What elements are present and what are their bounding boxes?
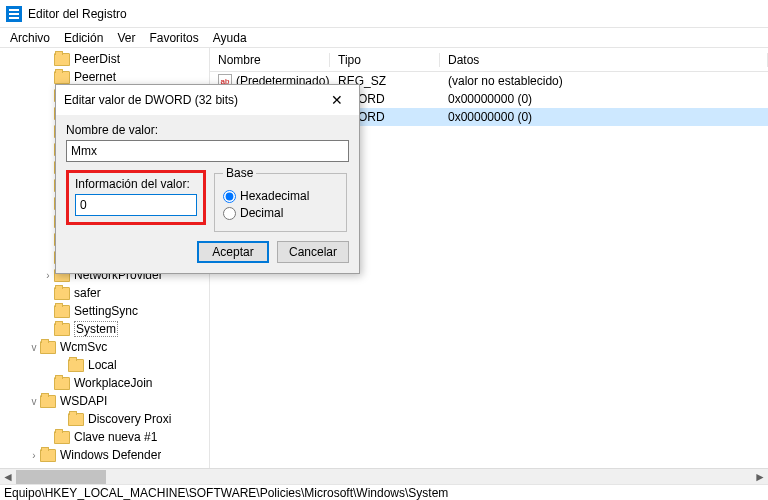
expander-icon[interactable]: v xyxy=(28,342,40,353)
folder-icon xyxy=(40,341,56,354)
close-icon[interactable]: ✕ xyxy=(323,92,351,108)
menubar: Archivo Edición Ver Favoritos Ayuda xyxy=(0,28,768,48)
tree-item[interactable]: vWcmSvc xyxy=(0,338,209,356)
name-input[interactable] xyxy=(66,140,349,162)
scroll-left-icon[interactable]: ◄ xyxy=(0,469,16,485)
tree-label: WSDAPI xyxy=(60,394,107,408)
folder-icon xyxy=(54,53,70,66)
scroll-right-icon[interactable]: ► xyxy=(752,469,768,485)
scroll-thumb[interactable] xyxy=(16,470,106,484)
tree-item[interactable]: Clave nueva #1 xyxy=(0,428,209,446)
tree-label: safer xyxy=(74,286,101,300)
folder-icon xyxy=(54,305,70,318)
dialog-title: Editar valor de DWORD (32 bits) xyxy=(64,93,238,107)
tree-item[interactable]: System xyxy=(0,320,209,338)
tree-label: Clave nueva #1 xyxy=(74,430,157,444)
menu-favoritos[interactable]: Favoritos xyxy=(143,29,204,47)
tree-item[interactable]: Discovery Proxi xyxy=(0,410,209,428)
folder-icon xyxy=(40,395,56,408)
folder-icon xyxy=(54,287,70,300)
tree-label: Local xyxy=(88,358,117,372)
edit-dword-dialog: Editar valor de DWORD (32 bits) ✕ Nombre… xyxy=(55,84,360,274)
tree-label: WcmSvc xyxy=(60,340,107,354)
value-highlight: Información del valor: xyxy=(66,170,206,225)
radio-dec-input[interactable] xyxy=(223,207,236,220)
tree-item[interactable]: SettingSync xyxy=(0,302,209,320)
ok-button[interactable]: Aceptar xyxy=(197,241,269,263)
tree-label: PeerDist xyxy=(74,52,120,66)
folder-icon xyxy=(68,413,84,426)
list-header: Nombre Tipo Datos xyxy=(210,48,768,72)
tree-item[interactable]: vWSDAPI xyxy=(0,392,209,410)
folder-icon xyxy=(54,323,70,336)
tree-item[interactable]: ›Windows Defender xyxy=(0,446,209,464)
tree-label: WorkplaceJoin xyxy=(74,376,152,390)
expander-icon[interactable]: › xyxy=(28,450,40,461)
col-type[interactable]: Tipo xyxy=(330,53,440,67)
app-title: Editor del Registro xyxy=(28,7,127,21)
folder-icon xyxy=(54,377,70,390)
expander-icon[interactable]: › xyxy=(42,270,54,281)
radio-hex-input[interactable] xyxy=(223,190,236,203)
col-data[interactable]: Datos xyxy=(440,53,768,67)
tree-item[interactable]: WorkplaceJoin xyxy=(0,374,209,392)
tree-item[interactable]: Local xyxy=(0,356,209,374)
folder-icon xyxy=(68,359,84,372)
folder-icon xyxy=(40,449,56,462)
cancel-button[interactable]: Cancelar xyxy=(277,241,349,263)
radio-dec[interactable]: Decimal xyxy=(223,206,338,220)
menu-edicion[interactable]: Edición xyxy=(58,29,109,47)
tree-label: SettingSync xyxy=(74,304,138,318)
tree-label: Discovery Proxi xyxy=(88,412,171,426)
tree-label: Windows Defender xyxy=(60,448,161,462)
data-label: Información del valor: xyxy=(75,177,197,191)
tree-label: Peernet xyxy=(74,70,116,84)
folder-icon xyxy=(54,71,70,84)
menu-ver[interactable]: Ver xyxy=(111,29,141,47)
value-data: 0x00000000 (0) xyxy=(440,110,768,124)
titlebar: Editor del Registro xyxy=(0,0,768,28)
status-path: Equipo\HKEY_LOCAL_MACHINE\SOFTWARE\Polic… xyxy=(4,486,448,500)
menu-archivo[interactable]: Archivo xyxy=(4,29,56,47)
data-input[interactable] xyxy=(75,194,197,216)
tree-label: System xyxy=(74,321,118,337)
regedit-icon xyxy=(6,6,22,22)
base-legend: Base xyxy=(223,166,256,180)
horizontal-scrollbar[interactable]: ◄ ► xyxy=(0,468,768,484)
col-name[interactable]: Nombre xyxy=(210,53,330,67)
base-group: Base Hexadecimal Decimal xyxy=(214,166,347,232)
radio-hex[interactable]: Hexadecimal xyxy=(223,189,338,203)
tree-item[interactable]: safer xyxy=(0,284,209,302)
value-data: (valor no establecido) xyxy=(440,74,768,88)
value-data: 0x00000000 (0) xyxy=(440,92,768,106)
name-label: Nombre de valor: xyxy=(66,123,349,137)
statusbar: Equipo\HKEY_LOCAL_MACHINE\SOFTWARE\Polic… xyxy=(0,484,768,500)
tree-item[interactable]: PeerDist xyxy=(0,50,209,68)
folder-icon xyxy=(54,431,70,444)
expander-icon[interactable]: v xyxy=(28,396,40,407)
menu-ayuda[interactable]: Ayuda xyxy=(207,29,253,47)
